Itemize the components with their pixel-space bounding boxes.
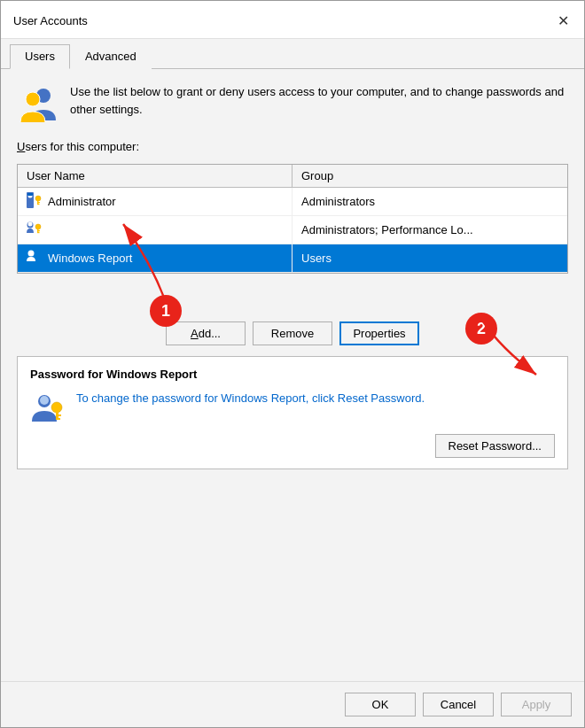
password-description: To change the password for Windows Repor… (76, 390, 555, 407)
info-description: Use the list below to grant or deny user… (70, 83, 568, 118)
svg-point-11 (28, 222, 33, 227)
users-section-label: Users for this computer: (17, 140, 568, 153)
close-button[interactable]: ✕ (552, 10, 573, 31)
add-button[interactable]: Add... (166, 321, 246, 345)
reset-password-button[interactable]: Reset Password... (435, 434, 556, 458)
username-cell (18, 216, 292, 244)
username-value: Administrator (48, 195, 116, 208)
table-header: User Name Group (18, 165, 567, 188)
svg-point-20 (40, 396, 49, 405)
svg-rect-15 (37, 232, 40, 233)
properties-button[interactable]: Properties (339, 321, 419, 345)
tab-advanced[interactable]: Advanced (70, 44, 152, 69)
cancel-button[interactable]: Cancel (423, 693, 494, 716)
group-cell: Users (292, 244, 567, 272)
password-icon (30, 390, 66, 425)
table-row[interactable]: Administrators; Performance Lo... (18, 216, 567, 244)
password-title: Password for Windows Report (30, 368, 555, 381)
svg-rect-23 (56, 414, 61, 416)
user-icon (27, 221, 43, 239)
svg-point-16 (28, 251, 35, 257)
table-row[interactable]: Administrator Administrators (18, 188, 567, 216)
tab-content: Use the list below to grant or deny user… (1, 69, 584, 681)
users-actions: Add... Remove Properties (17, 321, 568, 345)
svg-rect-5 (27, 193, 33, 196)
username-value: Windows Report (48, 252, 132, 265)
users-table: User Name Group (17, 164, 568, 274)
user-accounts-window: User Accounts ✕ Users Advanced Use the l… (0, 0, 585, 728)
password-body: To change the password for Windows Repor… (30, 390, 555, 425)
info-section: Use the list below to grant or deny user… (17, 83, 568, 129)
group-cell: Administrators; Performance Lo... (292, 216, 567, 244)
username-cell: Windows Report (18, 244, 292, 272)
users-info-icon (17, 83, 59, 126)
user-icon (27, 249, 43, 267)
table-row[interactable]: Windows Report Users (18, 244, 567, 273)
title-bar: User Accounts ✕ (1, 1, 584, 39)
svg-rect-9 (37, 204, 40, 205)
ok-button[interactable]: OK (345, 693, 416, 716)
table-body: Administrator Administrators (18, 188, 567, 273)
tabs-bar: Users Advanced (1, 39, 584, 69)
svg-point-21 (51, 402, 62, 413)
window-title: User Accounts (13, 14, 88, 27)
user-icon (27, 192, 43, 211)
col-username: User Name (18, 165, 292, 187)
svg-point-1 (26, 92, 40, 106)
tab-users[interactable]: Users (10, 44, 70, 69)
footer: OK Cancel Apply (1, 681, 584, 727)
group-cell: Administrators (292, 188, 567, 215)
password-actions: Reset Password... (30, 434, 555, 458)
apply-button[interactable]: Apply (501, 693, 572, 716)
svg-rect-14 (37, 230, 40, 231)
svg-rect-24 (56, 418, 60, 420)
svg-rect-8 (37, 202, 40, 203)
col-group: Group (292, 165, 567, 187)
password-section: Password for Windows Report To change th… (17, 356, 568, 469)
username-cell: Administrator (18, 188, 292, 215)
remove-button[interactable]: Remove (253, 321, 332, 345)
